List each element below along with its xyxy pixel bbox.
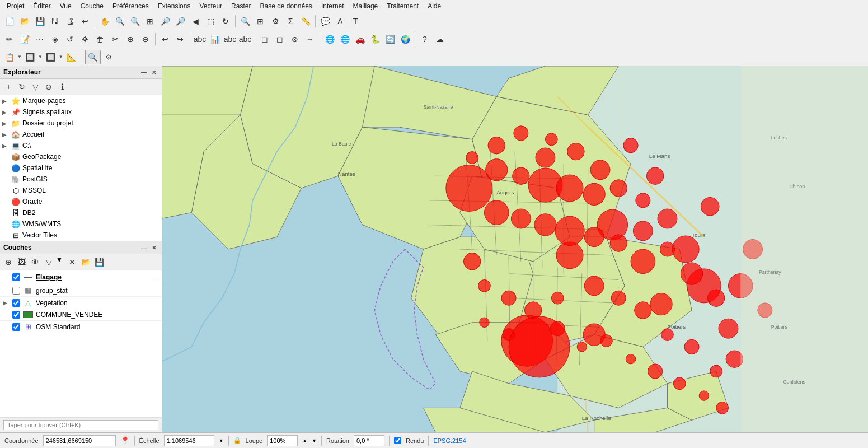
zoom-full-button[interactable]: ⊞ bbox=[143, 14, 157, 29]
zoom-dropdown-button[interactable]: 🔲 bbox=[44, 50, 58, 64]
explorer-tree-item[interactable]: 🌐WMS/WMTS bbox=[0, 218, 162, 230]
split-button[interactable]: ⊖ bbox=[138, 32, 153, 46]
redo-button[interactable]: ↪ bbox=[173, 32, 187, 46]
deselect-button[interactable]: ◻ bbox=[273, 32, 287, 46]
settings-button[interactable]: ⚙ bbox=[102, 50, 116, 64]
menu-vue[interactable]: Vue bbox=[55, 1, 76, 11]
node-button[interactable]: ◈ bbox=[48, 32, 62, 46]
menu-maillage[interactable]: Maillage bbox=[349, 1, 383, 11]
scale-button[interactable]: 📏 bbox=[298, 14, 313, 29]
scale-dropdown-arrow[interactable]: ▼ bbox=[219, 438, 224, 444]
tips-button[interactable]: 💬 bbox=[318, 14, 332, 29]
menu-preferences[interactable]: Préférences bbox=[108, 1, 153, 11]
move-button[interactable]: ✥ bbox=[78, 32, 92, 46]
explorer-add-button[interactable]: + bbox=[2, 81, 15, 93]
zoom-selected-button[interactable]: 🔎 bbox=[173, 14, 187, 29]
stats-button[interactable]: Σ bbox=[283, 14, 298, 29]
wfs-button[interactable]: 🌐 bbox=[337, 32, 352, 46]
menu-raster[interactable]: Raster bbox=[227, 1, 255, 11]
zoom-dropdown-arrow[interactable]: ▼ bbox=[59, 54, 63, 59]
explorer-tree-item[interactable]: 🔵SpatiaLite bbox=[0, 162, 162, 174]
explorer-tree-item[interactable]: ⬡MSSQL bbox=[0, 185, 162, 196]
chart-button[interactable]: 📊 bbox=[208, 32, 222, 46]
plugin2-button[interactable]: 🔄 bbox=[383, 32, 397, 46]
zoom-in-button[interactable]: 🔍 bbox=[112, 14, 127, 29]
layer-minimize-button[interactable]: — bbox=[153, 274, 158, 281]
pan-map-button[interactable]: ⬚ bbox=[203, 14, 218, 29]
new-project-button[interactable]: 📄 bbox=[2, 14, 17, 29]
layer-item[interactable]: COMMUNE_VENDEE bbox=[0, 309, 162, 321]
globe-button[interactable]: 🌍 bbox=[398, 32, 412, 46]
filter-dropdown-arrow[interactable]: ▼ bbox=[38, 54, 43, 59]
layers-add-raster-button[interactable]: 🖼 bbox=[16, 256, 28, 268]
rotate-button[interactable]: ↺ bbox=[63, 32, 77, 46]
map-area[interactable]: Nantes Angers Saint-Nazaire La Baule La … bbox=[162, 66, 868, 432]
explorer-tree-item[interactable]: ▶⭐Marque-pages bbox=[0, 95, 162, 106]
explorer-info-button[interactable]: ℹ bbox=[56, 81, 68, 93]
explorer-tree-item[interactable]: ▶💻C:\ bbox=[0, 140, 162, 151]
identify-button[interactable]: 🔍 bbox=[238, 14, 252, 29]
move2-button[interactable]: → bbox=[303, 32, 317, 46]
layers-dropdown-arrow[interactable]: ▼ bbox=[56, 256, 65, 268]
ogc-button[interactable]: 🚗 bbox=[353, 32, 367, 46]
open-project-button[interactable]: 📂 bbox=[17, 14, 32, 29]
extent-button[interactable]: 📐 bbox=[64, 50, 79, 64]
select2-button[interactable]: ◻ bbox=[257, 32, 272, 46]
save-project-button[interactable]: 💾 bbox=[32, 14, 47, 29]
loupe-up-arrow[interactable]: ▲ bbox=[302, 438, 307, 444]
layers-filter-button[interactable]: ▽ bbox=[43, 256, 55, 268]
undo-button[interactable]: ↩ bbox=[78, 14, 92, 29]
filter-dropdown[interactable]: 🔲 ▼ bbox=[23, 50, 43, 64]
menu-traitement[interactable]: Traitement bbox=[382, 1, 423, 11]
menu-couche[interactable]: Couche bbox=[76, 1, 108, 11]
layers-remove-button[interactable]: ✕ bbox=[66, 256, 78, 268]
layer-item[interactable]: ▦group_stat bbox=[0, 284, 162, 297]
menu-projet[interactable]: Projet bbox=[2, 1, 29, 11]
explorer-filter-button[interactable]: ▽ bbox=[29, 81, 41, 93]
explorer-tree-item[interactable]: ⊞Vector Tiles bbox=[0, 230, 162, 241]
explorer-tree-item[interactable]: 🐘PostGIS bbox=[0, 174, 162, 185]
loupe-input[interactable] bbox=[267, 435, 298, 446]
menu-bdd[interactable]: Base de données bbox=[255, 1, 316, 11]
loupe-down-arrow[interactable]: ▼ bbox=[312, 438, 317, 444]
qgis-cloud-button[interactable]: ☁ bbox=[433, 32, 447, 46]
layers-save-button[interactable]: 💾 bbox=[93, 256, 105, 268]
layer-visibility-checkbox[interactable] bbox=[12, 299, 20, 307]
menu-internet[interactable]: Internet bbox=[317, 1, 349, 11]
layers-add-vector-button[interactable]: ⊕ bbox=[2, 256, 15, 268]
menu-editer[interactable]: Éditer bbox=[29, 1, 55, 11]
search-input[interactable] bbox=[3, 420, 158, 430]
attr-table-button[interactable]: abc bbox=[193, 32, 207, 46]
render-checkbox[interactable] bbox=[394, 437, 401, 444]
zoom-out-button[interactable]: 🔍 bbox=[128, 14, 142, 29]
layer-visibility-checkbox[interactable] bbox=[12, 273, 20, 281]
scale-input[interactable] bbox=[164, 435, 214, 446]
explorer-tree-item[interactable]: ▶🏠Accueil bbox=[0, 129, 162, 140]
plugin-button[interactable]: ⚙ bbox=[268, 14, 283, 29]
explorer-close-button[interactable]: ✕ bbox=[149, 68, 158, 77]
zoom-previous-button[interactable]: ◀ bbox=[188, 14, 203, 29]
layer-visibility-checkbox[interactable] bbox=[12, 287, 20, 295]
layers-open-button[interactable]: 📂 bbox=[79, 256, 92, 268]
undo2-button[interactable]: ↩ bbox=[158, 32, 172, 46]
cut-button[interactable]: ✂ bbox=[108, 32, 123, 46]
layer-visibility-checkbox[interactable] bbox=[12, 323, 20, 331]
python-button[interactable]: 🐍 bbox=[368, 32, 382, 46]
vertex-button[interactable]: ⋯ bbox=[32, 32, 47, 46]
print-button[interactable]: 🖨 bbox=[63, 14, 77, 29]
layer-dropdown[interactable]: 📋 ▼ bbox=[2, 50, 22, 64]
filter-button[interactable]: ⊗ bbox=[288, 32, 302, 46]
layer-item[interactable]: ▶△Vegetation bbox=[0, 297, 162, 309]
explorer-tree-item[interactable]: ▶📌Signets spatiaux bbox=[0, 106, 162, 118]
menu-extensions[interactable]: Extensions bbox=[153, 1, 195, 11]
refresh-button[interactable]: ↻ bbox=[218, 14, 233, 29]
label-button[interactable]: A bbox=[333, 14, 348, 29]
digitize2-button[interactable]: 📝 bbox=[17, 32, 32, 46]
filter-dropdown-button[interactable]: 🔲 bbox=[23, 50, 37, 64]
label2-button[interactable]: abc bbox=[223, 32, 237, 46]
explorer-tree-item[interactable]: 🔴Oracle bbox=[0, 196, 162, 207]
layer-dropdown-arrow[interactable]: ▼ bbox=[17, 54, 22, 59]
rule-label-button[interactable]: abc bbox=[238, 32, 252, 46]
current-layer-button[interactable]: 📋 bbox=[2, 50, 17, 64]
layers-close-button[interactable]: ✕ bbox=[149, 243, 158, 252]
